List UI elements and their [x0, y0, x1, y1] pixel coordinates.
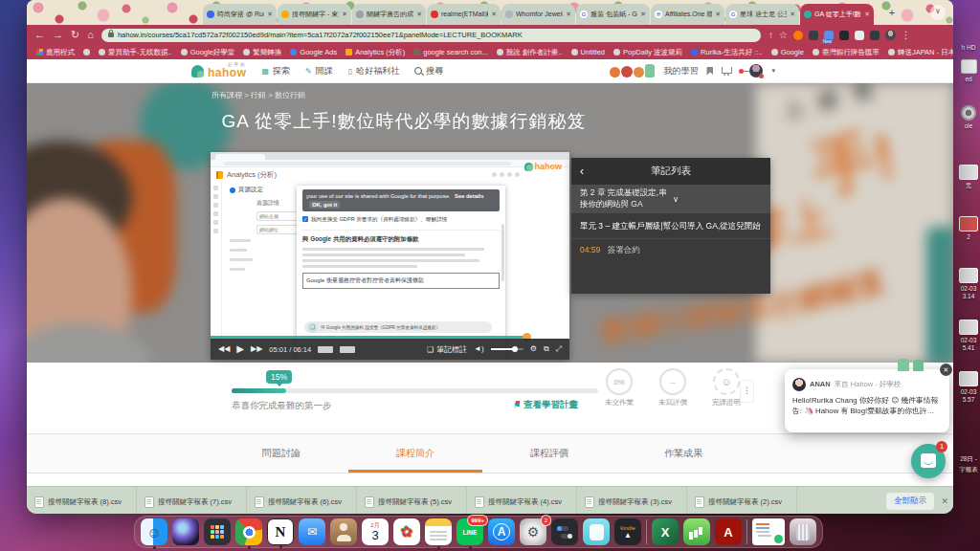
tab-close-icon[interactable]: ✕ [864, 11, 870, 18]
dock-icon-mail[interactable]: ✉ [299, 518, 325, 545]
nav-item-bag[interactable]: ▯哈好福利社 [348, 65, 399, 77]
dock-icon-finder[interactable]: ☺ [141, 518, 167, 545]
dock-icon-contacts[interactable] [330, 518, 357, 545]
download-item[interactable]: 搜尋關鍵字報表 (4).csv [467, 487, 577, 514]
ext-list-icon[interactable] [855, 31, 864, 40]
dock-icon-kindle[interactable]: kindle▲ [614, 518, 641, 545]
dock-icon-trash[interactable] [790, 518, 816, 545]
desktop-icon[interactable]: ole [957, 105, 980, 130]
tab-close-icon[interactable]: ✕ [416, 11, 422, 18]
note-annotate-button[interactable]: ❏ 筆記標註 [427, 344, 467, 355]
tab-課程評價[interactable]: 課程評價 [482, 434, 616, 473]
volume-icon[interactable]: ◄) [474, 345, 484, 353]
nav-item-search[interactable]: 搜尋 [414, 65, 443, 77]
chat-popup[interactable]: ✕ ANAN 來自 Hahow - 好學校 Hello!Rurika Chang… [785, 369, 949, 432]
gdpr-checkbox[interactable]: ✓ [302, 216, 308, 222]
timeline-note-tooltip[interactable]: ❏ 與 Google 共用的資料,我接受《GDPR 控管者資料保護條款》 [304, 321, 492, 333]
tab-close-icon[interactable]: ✕ [342, 11, 347, 18]
home-icon[interactable]: ⌂ [87, 30, 94, 40]
stat-circle[interactable]: ☺ [713, 368, 740, 395]
forward-icon[interactable]: → [53, 30, 63, 40]
rewind-icon[interactable]: ◀◀ [218, 345, 230, 353]
ext-card-icon[interactable] [870, 31, 880, 40]
notes-back-icon[interactable]: ‹ [580, 165, 584, 178]
share-icon[interactable]: ↑ [768, 31, 773, 40]
browser-tab[interactable]: GA 從零上手!數位時代✕ [800, 4, 874, 25]
download-item[interactable]: 搜尋關鍵字報表 (8).csv [27, 487, 137, 514]
back-icon[interactable]: ← [34, 30, 45, 40]
chat-fab-button[interactable]: 1 [911, 444, 946, 478]
browser-tab[interactable]: ffAffiliates.One 聯盟網 -✕ [651, 4, 724, 25]
browser-tab[interactable]: 時尚穿搭 @ Rurika-生..✕ [203, 4, 277, 25]
video-player[interactable]: Analytics (分析) 資源設定 資源詳情 網站名稱 網站網址 [211, 152, 569, 360]
nav-item-pencil[interactable]: ✎開課 [305, 65, 333, 77]
chat-message[interactable]: Hello!Rurika Chang 你好你好 😊 幾件事情報告: 🦄 Haho… [792, 395, 942, 417]
menu-dots-icon[interactable]: ⋮ [902, 31, 911, 40]
bookmark-item[interactable]: 繁簡轉換 [243, 48, 281, 57]
download-item[interactable]: 搜尋關鍵字報表 (7).csv [137, 487, 247, 514]
breadcrumb[interactable]: 所有課程 > 行銷 > 數位行銷 [212, 90, 305, 100]
dock-icon-excel[interactable]: X [652, 518, 679, 545]
nav-item-grid[interactable]: ▦探索 [262, 65, 291, 77]
desktop-icon[interactable]: 元 [957, 165, 980, 189]
tab-close-icon[interactable]: ✕ [491, 11, 497, 18]
volume-slider[interactable] [491, 348, 523, 350]
fast-forward-icon[interactable]: ▶▶ [251, 345, 262, 353]
dock-icon-siri[interactable] [172, 518, 199, 545]
fullscreen-icon[interactable]: ⤢ [556, 345, 562, 353]
bookmark-item[interactable] [83, 49, 90, 55]
tab-close-icon[interactable]: ✕ [267, 11, 273, 18]
browser-tab[interactable]: Whomfor Jewelry | 飾..✕ [501, 4, 575, 25]
dock-icon-paste[interactable] [583, 518, 610, 545]
bookmark-star-icon[interactable]: ☆ [779, 31, 788, 40]
dock-icon-calendar[interactable]: 2月3 [362, 518, 389, 545]
toast-see-details-button[interactable]: See details [455, 193, 483, 199]
bookmark-item[interactable]: Google Ads [290, 48, 337, 56]
bookmark-item[interactable]: Google [771, 48, 804, 56]
tab-close-icon[interactable]: ✕ [640, 11, 646, 18]
note-item[interactable]: 04:59 簽署合約 [571, 239, 770, 262]
user-avatar[interactable] [749, 64, 763, 77]
tab-close-icon[interactable]: ✕ [790, 11, 795, 18]
download-item[interactable]: 搜尋關鍵字報表 (6).csv [247, 487, 357, 514]
bookmark-item[interactable]: Google好學堂 [181, 48, 235, 57]
my-learning-link[interactable]: 我的學習 [663, 65, 698, 77]
tab-課程簡介[interactable]: 課程簡介 [348, 434, 482, 473]
dock-icon-notion[interactable]: N [267, 518, 294, 545]
bookmark-item[interactable]: 臺灣銀行牌告匯率 [813, 48, 880, 57]
desktop-icon[interactable]: 02-03 5.41 [957, 320, 980, 352]
dock-icon-line[interactable]: LINE999+ [457, 518, 483, 545]
dock-icon-photos[interactable]: ✿ [393, 518, 420, 545]
bookmark-item[interactable]: Rurika-生活共好 ::.. [691, 48, 763, 57]
ext-orange-icon[interactable] [793, 31, 803, 40]
desktop-icon[interactable]: h HD [957, 44, 980, 52]
notes-chapter-row[interactable]: 第 2 章 完成基礎設定,串接你的網站與 GA ∨ [571, 185, 770, 213]
ext-dark-icon[interactable] [809, 31, 818, 40]
dialog-scrollbar[interactable] [501, 224, 504, 281]
ext-paw-icon[interactable] [839, 31, 849, 40]
tab-問題討論[interactable]: 問題討論 [214, 434, 348, 473]
tab-search-button[interactable]: ∨ [930, 5, 946, 20]
notes-unit-row[interactable]: 單元 3 – 建立帳戶層級|幫公司導入 GA,從這兒開始 [571, 213, 770, 239]
stat-circle[interactable]: -- [659, 368, 686, 395]
desktop-icon[interactable]: 字報表 [957, 466, 980, 474]
browser-tab[interactable]: 搜尋關鍵字 - 東森_全..✕ [278, 4, 351, 25]
download-item[interactable]: 搜尋關鍵字報表 (2).csv [687, 487, 797, 514]
settings-gear-icon[interactable]: ⚙ [530, 345, 537, 353]
learning-plan-link[interactable]: ⚑ 查看學習計畫 [513, 399, 578, 411]
bookmark-icon[interactable] [706, 67, 713, 76]
dock-icon-settings[interactable]: ⚙2 [520, 518, 546, 545]
bookmark-item[interactable]: Untitled [571, 48, 605, 56]
pip-icon[interactable]: ⧉ [544, 345, 549, 353]
chat-close-icon[interactable]: ✕ [940, 364, 952, 376]
bookmark-item[interactable]: PopDaily 波波黛莉 [613, 48, 682, 57]
more-options-button[interactable]: ⋮ [740, 380, 754, 403]
bookmark-item[interactable]: 愛買助手-无线数据.. [99, 48, 172, 57]
stat-circle[interactable]: 0% [606, 368, 633, 395]
profile-avatar[interactable] [885, 30, 896, 40]
desktop-icon[interactable]: 02-03 3.14 [957, 268, 980, 300]
play-icon[interactable]: ▶ [236, 344, 244, 354]
desktop-icon[interactable]: 28日 - [957, 455, 980, 463]
desktop-icon[interactable]: 02-03 5.57 [957, 371, 980, 404]
browser-tab[interactable]: 關鍵字廣告的成效,你..✕ [352, 4, 426, 25]
